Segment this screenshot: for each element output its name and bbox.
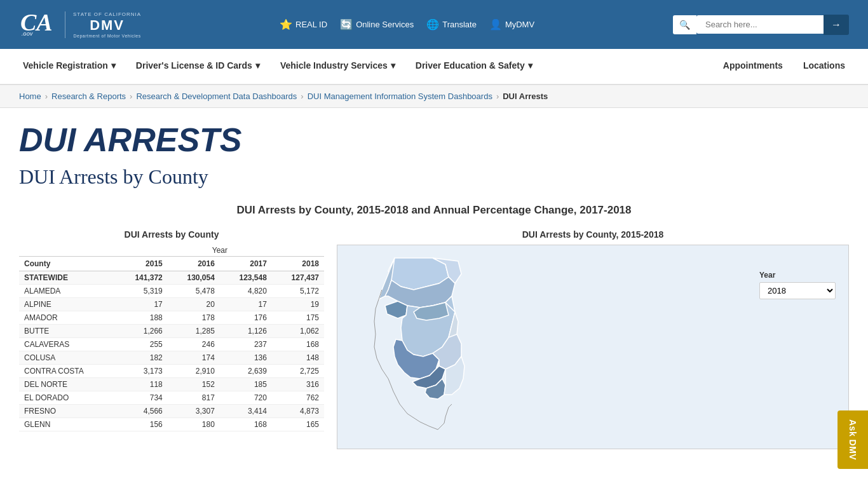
- col-2017: 2017: [220, 257, 272, 271]
- dmv-sublabel: Department of Motor Vehicles: [73, 34, 140, 38]
- main-nav: Vehicle Registration ▾ Driver's License …: [0, 49, 868, 85]
- year-cell: 17: [220, 298, 272, 311]
- county-cell: EL DORADO: [19, 391, 116, 405]
- top-nav-links: ⭐ REAL ID 🔄 Online Services 🌐 Translate …: [280, 18, 534, 30]
- year-cell: 20: [168, 298, 220, 311]
- star-icon: ⭐: [280, 18, 292, 30]
- nav-vehicle-registration[interactable]: Vehicle Registration ▾: [13, 49, 126, 84]
- year-select-dropdown[interactable]: 2015 2016 2017 2018: [759, 282, 836, 299]
- year-cell: 136: [220, 351, 272, 365]
- ask-dmv-button[interactable]: Ask DMV: [837, 410, 868, 464]
- online-services-label: Online Services: [356, 20, 414, 29]
- dmv-logo[interactable]: STATE OF CALIFORNIA DMV Department of Mo…: [65, 11, 141, 38]
- real-id-link[interactable]: ⭐ REAL ID: [280, 18, 327, 30]
- svg-text:.GOV: .GOV: [22, 32, 34, 36]
- table-header-label: DUI Arrests by County: [19, 229, 324, 240]
- dui-arrests-table: Year County 2015 2016 2017 2018 STATEWID…: [19, 245, 324, 431]
- year-cell: 168: [272, 338, 324, 351]
- year-cell: 2,725: [272, 365, 324, 378]
- california-map: [344, 252, 509, 442]
- nav-locations[interactable]: Locations: [793, 49, 855, 84]
- year-cell: 762: [272, 391, 324, 405]
- map-header-label: DUI Arrests by County, 2015-2018: [337, 229, 849, 240]
- year-cell: 3,307: [168, 405, 220, 418]
- year-cell: 185: [220, 378, 272, 391]
- breadcrumb-sep-4: ›: [496, 92, 499, 101]
- globe-icon: 🌐: [426, 18, 439, 30]
- logo-area: CA .GOV STATE OF CALIFORNIA DMV Departme…: [19, 6, 141, 43]
- table-row: COLUSA182174136148: [19, 351, 324, 365]
- page-title: DUI ARRESTS: [19, 121, 849, 159]
- year-cell: 237: [220, 338, 272, 351]
- year-cell: 175: [272, 311, 324, 325]
- breadcrumb-current: DUI Arrests: [503, 92, 548, 101]
- year-cell: 3,173: [116, 365, 168, 378]
- county-cell: AMADOR: [19, 311, 116, 325]
- chevron-down-icon: ▾: [111, 60, 116, 71]
- col-header-year-group: Year: [116, 245, 324, 257]
- table-row: AMADOR188178176175: [19, 311, 324, 325]
- county-cell: DEL NORTE: [19, 378, 116, 391]
- ca-gov-logo[interactable]: CA .GOV: [19, 6, 57, 43]
- dmv-label: DMV: [90, 17, 125, 34]
- user-icon: 👤: [489, 18, 502, 30]
- year-cell: 1,266: [116, 325, 168, 338]
- online-services-link[interactable]: 🔄 Online Services: [340, 18, 414, 30]
- breadcrumb: Home › Research & Reports › Research & D…: [0, 85, 868, 108]
- year-cell: 5,172: [272, 285, 324, 298]
- data-columns: DUI Arrests by County Year County 2015 2…: [19, 229, 849, 452]
- year-selector-label: Year: [759, 271, 836, 280]
- refresh-icon: 🔄: [340, 18, 353, 30]
- year-cell: 123,548: [220, 271, 272, 285]
- county-cell: CALAVERAS: [19, 338, 116, 351]
- search-button[interactable]: →: [824, 15, 849, 35]
- county-cell: ALAMEDA: [19, 285, 116, 298]
- col-2016: 2016: [168, 257, 220, 271]
- county-cell: BUTTE: [19, 325, 116, 338]
- map-area: Year 2015 2016 2017 2018: [337, 245, 849, 449]
- nav-drivers-license[interactable]: Driver's License & ID Cards ▾: [126, 49, 270, 84]
- year-cell: 817: [168, 391, 220, 405]
- year-cell: 188: [116, 311, 168, 325]
- search-input[interactable]: [696, 15, 824, 34]
- mydmv-link[interactable]: 👤 MyDMV: [489, 18, 534, 30]
- table-row: CALAVERAS255246237168: [19, 338, 324, 351]
- table-row: FRESNO4,5663,3073,4144,873: [19, 405, 324, 418]
- table-container: DUI Arrests by County Year County 2015 2…: [19, 229, 324, 431]
- mydmv-label: MyDMV: [505, 20, 534, 29]
- nav-appointments[interactable]: Appointments: [713, 49, 793, 84]
- nav-vehicle-industry[interactable]: Vehicle Industry Services ▾: [270, 49, 405, 84]
- table-row: GLENN156180168165: [19, 418, 324, 431]
- year-cell: 4,820: [220, 285, 272, 298]
- year-cell: 246: [168, 338, 220, 351]
- table-row: ALAMEDA5,3195,4784,8205,172: [19, 285, 324, 298]
- year-cell: 255: [116, 338, 168, 351]
- county-cell: COLUSA: [19, 351, 116, 365]
- year-cell: 19: [272, 298, 324, 311]
- breadcrumb-rd-dashboards[interactable]: Research & Development Data Dashboards: [136, 92, 297, 101]
- county-cell: FRESNO: [19, 405, 116, 418]
- county-cell: ALPINE: [19, 298, 116, 311]
- breadcrumb-research[interactable]: Research & Reports: [51, 92, 126, 101]
- breadcrumb-home[interactable]: Home: [19, 92, 41, 101]
- year-cell: 176: [220, 311, 272, 325]
- col-header-county-empty: [19, 245, 116, 257]
- year-cell: 2,639: [220, 365, 272, 378]
- breadcrumb-sep-2: ›: [130, 92, 132, 101]
- search-icon: 🔍: [673, 15, 696, 34]
- county-cell: STATEWIDE: [19, 271, 116, 285]
- year-cell: 165: [272, 418, 324, 431]
- year-cell: 316: [272, 378, 324, 391]
- translate-link[interactable]: 🌐 Translate: [426, 18, 477, 30]
- translate-label: Translate: [442, 20, 477, 29]
- year-cell: 141,372: [116, 271, 168, 285]
- table-row: STATEWIDE141,372130,054123,548127,437: [19, 271, 324, 285]
- breadcrumb-sep-3: ›: [301, 92, 303, 101]
- col-2018: 2018: [272, 257, 324, 271]
- year-selector: Year 2015 2016 2017 2018: [759, 271, 836, 299]
- year-cell: 1,126: [220, 325, 272, 338]
- nav-driver-education[interactable]: Driver Education & Safety ▾: [405, 49, 543, 84]
- year-cell: 3,414: [220, 405, 272, 418]
- breadcrumb-dui-mis[interactable]: DUI Management Information System Dashbo…: [308, 92, 492, 101]
- table-row: DEL NORTE118152185316: [19, 378, 324, 391]
